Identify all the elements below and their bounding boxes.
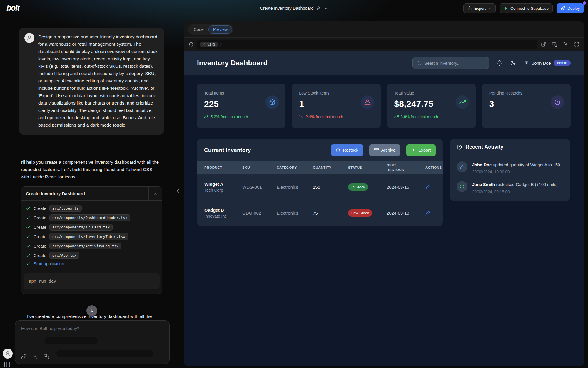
category-value: Electronics bbox=[277, 210, 313, 216]
kpi-delta-text: 3.8% from last month bbox=[401, 115, 438, 119]
collapse-task-card-button[interactable] bbox=[148, 187, 162, 200]
user-message-card: Design a responsive and user-friendly in… bbox=[19, 28, 164, 135]
preview-panel: Code Preview 5173 / Inventory Dashboard bbox=[184, 21, 584, 366]
chat-input-box[interactable]: How can Bolt help you today? bbox=[15, 320, 170, 364]
activity-timestamp: 20/02/2024, 10:30:00 bbox=[472, 170, 560, 174]
col-actions: ACTIONS bbox=[425, 164, 443, 172]
deploy-button[interactable]: Deploy bbox=[557, 3, 584, 13]
fullscreen-icon[interactable] bbox=[574, 42, 579, 47]
trending-up-icon bbox=[456, 95, 469, 109]
refresh-icon bbox=[457, 181, 467, 192]
edit-pencil-icon[interactable] bbox=[425, 211, 443, 216]
check-icon bbox=[26, 225, 31, 230]
chevron-down-icon[interactable] bbox=[324, 6, 328, 10]
app-title: Inventory Dashboard bbox=[197, 59, 268, 67]
link-icon[interactable] bbox=[21, 354, 27, 359]
col-category: CATEGORY bbox=[277, 164, 313, 172]
bell-icon[interactable] bbox=[497, 60, 502, 66]
browser-url-bar: 5173 / bbox=[184, 38, 584, 51]
redacted-content bbox=[56, 350, 153, 357]
task-file-chip[interactable]: src/types.ts bbox=[49, 205, 82, 212]
chevron-up-icon bbox=[153, 191, 158, 196]
quantity-value[interactable]: 150 bbox=[313, 185, 348, 190]
archive-button[interactable]: Archive bbox=[369, 144, 400, 156]
product-supplier: Innovate Inc bbox=[204, 214, 242, 218]
task-file-chip[interactable]: src/components/KPICard.tsx bbox=[49, 224, 113, 231]
activity-title: Recent Activity bbox=[465, 144, 503, 150]
product-name: Widget A bbox=[204, 182, 242, 187]
url-path: / bbox=[220, 42, 222, 47]
inventory-search[interactable] bbox=[412, 57, 489, 69]
sidebar-toggle-icon[interactable] bbox=[4, 361, 11, 368]
user-name: John Doe bbox=[532, 61, 551, 66]
task-item: Create src/types.ts bbox=[26, 205, 157, 212]
export-label: Export bbox=[474, 6, 486, 11]
tab-preview[interactable]: Preview bbox=[208, 25, 232, 34]
url-field[interactable]: 5173 / bbox=[197, 40, 537, 49]
clock-icon bbox=[551, 95, 564, 109]
export-button[interactable]: Export bbox=[463, 3, 496, 13]
sku-value: GDG-002 bbox=[242, 210, 277, 216]
kpi-card-low-stock: Low Stock Items 1 2.4% from last month bbox=[292, 84, 380, 128]
start-application-item: Start application bbox=[26, 261, 157, 266]
code-preview-toggle: Code Preview bbox=[188, 24, 233, 35]
assistant-outro-text: I've created a comprehensive inventory d… bbox=[27, 314, 159, 319]
account-avatar[interactable] bbox=[3, 349, 13, 359]
status-badge: In Stock bbox=[348, 183, 368, 191]
col-next-restock: NEXT RESTOCK bbox=[387, 161, 407, 174]
user-chip[interactable]: John Doe admin bbox=[524, 60, 571, 66]
sku-value: WDG-001 bbox=[242, 185, 277, 190]
topbar-actions: Export Connect to Supabase Deploy bbox=[463, 3, 584, 13]
clock-icon bbox=[457, 144, 462, 150]
export-csv-button[interactable]: Export bbox=[406, 144, 436, 156]
responsive-devices-icon[interactable] bbox=[552, 42, 557, 47]
project-title-group[interactable]: Create Inventory Dashboard bbox=[260, 0, 328, 16]
task-file-chip[interactable]: src/components/ActivityLog.tsx bbox=[49, 243, 122, 249]
start-application-link[interactable]: Start application bbox=[34, 261, 64, 266]
task-file-chip[interactable]: src/components/DashboardHeader.tsx bbox=[49, 214, 131, 221]
task-card-header: Create Inventory Dashboard bbox=[21, 187, 162, 201]
tab-code[interactable]: Code bbox=[189, 25, 208, 34]
edit-icon bbox=[457, 161, 467, 172]
preview-actions bbox=[541, 42, 579, 47]
port-pill[interactable]: 5173 bbox=[200, 42, 218, 47]
reload-icon[interactable] bbox=[189, 42, 194, 47]
archive-icon bbox=[374, 148, 379, 152]
kpi-label: Total Value bbox=[394, 91, 469, 95]
lock-icon bbox=[317, 6, 321, 11]
quantity-value[interactable]: 75 bbox=[313, 210, 348, 216]
task-file-chip[interactable]: src/App.tsx bbox=[49, 252, 80, 259]
task-file-chip[interactable]: src/components/InventoryTable.tsx bbox=[49, 233, 128, 240]
col-quantity: QUANTITY bbox=[313, 164, 348, 172]
bolt-logo: bolt bbox=[6, 4, 19, 13]
collapse-panel-chevron[interactable] bbox=[175, 188, 181, 194]
open-external-icon[interactable] bbox=[541, 42, 546, 47]
task-item: Create src/components/InventoryTable.tsx bbox=[26, 233, 157, 240]
activity-text: restocked Gadget B (+100 units) bbox=[495, 182, 557, 187]
edit-pencil-icon[interactable] bbox=[425, 185, 443, 189]
user-message-text: Design a responsive and user-friendly in… bbox=[38, 33, 158, 129]
task-card: Create Inventory Dashboard Create src/ty… bbox=[21, 186, 162, 294]
chat-icon[interactable] bbox=[44, 354, 49, 359]
inventory-title: Current Inventory bbox=[204, 147, 251, 153]
table-row[interactable]: Widget A Tech Corp WDG-001 Electronics 1… bbox=[197, 174, 443, 200]
kpi-label: Pending Restocks bbox=[489, 91, 564, 95]
kpi-delta: 2.4% from last month bbox=[299, 115, 373, 119]
sparkles-icon[interactable] bbox=[32, 354, 38, 359]
kpi-delta: 5.2% from last month bbox=[204, 115, 278, 119]
connect-supabase-button[interactable]: Connect to Supabase bbox=[500, 3, 553, 13]
inspect-cursor-icon[interactable] bbox=[563, 42, 568, 47]
kpi-card-pending-restocks: Pending Restocks 3 bbox=[482, 84, 571, 128]
share-icon bbox=[467, 6, 472, 11]
current-inventory-card: Current Inventory Restock Archive bbox=[197, 139, 443, 226]
table-row[interactable]: Gadget B Innovate Inc GDG-002 Electronic… bbox=[197, 200, 443, 226]
top-bar: bolt Create Inventory Dashboard Export C… bbox=[0, 0, 588, 16]
chat-input-placeholder: How can Bolt help you today? bbox=[21, 326, 164, 331]
check-icon bbox=[26, 216, 31, 220]
dark-mode-toggle-moon-icon[interactable] bbox=[510, 60, 516, 66]
kpi-delta-text: 2.4% from last month bbox=[305, 115, 343, 119]
check-icon bbox=[26, 206, 31, 211]
restock-button[interactable]: Restock bbox=[331, 144, 363, 156]
task-action: Create bbox=[34, 234, 46, 239]
search-input[interactable] bbox=[424, 61, 485, 66]
